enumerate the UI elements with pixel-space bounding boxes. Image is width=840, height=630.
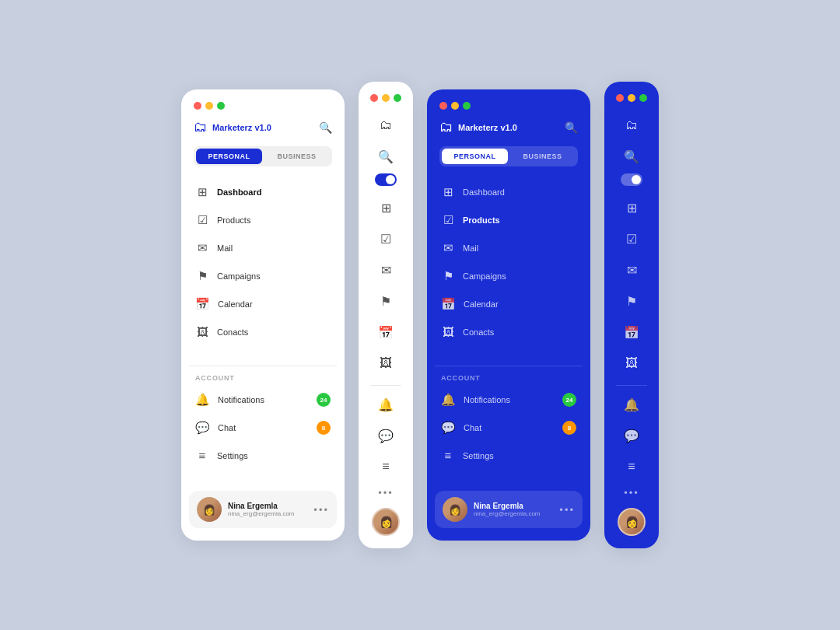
mini-conacts-icon-2[interactable]: 🖼: [369, 349, 403, 377]
mini-avatar-4[interactable]: 👩: [618, 508, 646, 536]
mini-calendar-icon-2[interactable]: 📅: [369, 318, 403, 346]
mini-dashboard-icon-4[interactable]: ⊞: [614, 194, 649, 222]
brand-name-3: Marketerz v1.0: [458, 123, 517, 132]
more-dots-3[interactable]: •••: [559, 504, 575, 516]
notifications-label-3: Notifications: [464, 395, 510, 404]
mini-icons-2: 🗂 🔍 ⊞ ☑ ✉ ⚑ 📅 🖼 🔔 💬 ≡: [359, 111, 413, 487]
campaigns-icon-1: ⚑: [195, 269, 209, 283]
brand-icon-3: 🗂: [439, 119, 453, 135]
mini-brand-icon-2: 🗂: [369, 111, 403, 139]
mini-search-icon-2[interactable]: 🔍: [369, 142, 403, 170]
mail-label-3: Mail: [463, 243, 478, 253]
dot-yellow-3: [451, 102, 459, 110]
tab-personal-3[interactable]: PERSONAL: [442, 149, 508, 164]
nav-notifications-3[interactable]: 🔔 Notifications 24: [435, 387, 583, 413]
nav-settings-3[interactable]: ≡ Settings: [435, 443, 583, 468]
nav-conacts-1[interactable]: 🖼 Conacts: [189, 319, 337, 345]
mini-dashboard-icon-2[interactable]: ⊞: [369, 194, 403, 222]
nav-notifications-1[interactable]: 🔔 Notifications 24: [189, 387, 337, 413]
mini-notifications-icon-2[interactable]: 🔔: [369, 390, 403, 418]
products-icon-3: ☑: [441, 213, 455, 227]
tab-business-3[interactable]: BUSINESS: [509, 149, 576, 164]
calendar-icon-1: 📅: [195, 297, 210, 311]
brand-icon-1: 🗂: [194, 119, 208, 135]
nav-conacts-3[interactable]: 🖼 Conacts: [435, 319, 583, 345]
chat-icon-3: 💬: [441, 421, 456, 435]
dot-yellow: [205, 102, 213, 110]
mini-campaigns-icon-2[interactable]: ⚑: [369, 287, 403, 315]
mini-footer-4: ••• 👩: [618, 487, 646, 536]
mini-mail-icon-4[interactable]: ✉: [614, 256, 649, 284]
mini-chat-icon-4[interactable]: 💬: [614, 422, 649, 450]
tab-business-1[interactable]: BUSINESS: [264, 149, 330, 164]
nav-chat-1[interactable]: 💬 Chat 8: [189, 415, 337, 441]
nav-calendar-3[interactable]: 📅 Calendar: [435, 291, 583, 317]
nav-dashboard-3[interactable]: ⊞ Dashboard: [435, 179, 583, 205]
chat-label-3: Chat: [464, 423, 481, 432]
mini-toggle-2[interactable]: [375, 173, 397, 186]
mini-search-icon-4[interactable]: 🔍: [614, 142, 649, 170]
mini-avatar-2[interactable]: 👩: [372, 508, 400, 536]
dashboard-icon-3: ⊞: [441, 185, 455, 199]
notifications-badge-1: 24: [317, 393, 331, 407]
nav-mail-1[interactable]: ✉ Mail: [189, 235, 337, 261]
notifications-icon-1: 🔔: [195, 393, 210, 407]
chat-label-1: Chat: [218, 423, 236, 432]
nav-settings-1[interactable]: ≡ Settings: [189, 443, 337, 468]
search-icon-3[interactable]: 🔍: [565, 121, 578, 134]
dashboard-label-1: Dashboard: [217, 187, 261, 197]
mini-toggle-4[interactable]: [621, 173, 642, 186]
tab-personal-1[interactable]: PERSONAL: [196, 149, 262, 164]
window-dots-3: [427, 102, 590, 119]
mini-calendar-icon-4[interactable]: 📅: [614, 318, 649, 346]
nav-account-1: 🔔 Notifications 24 💬 Chat 8 ≡ Settings: [181, 387, 345, 470]
mini-icons-4: 🗂 🔍 ⊞ ☑ ✉ ⚑ 📅 🖼 🔔 💬 ≡: [604, 111, 659, 487]
mini-settings-icon-4[interactable]: ≡: [614, 453, 649, 481]
panel-header-3: 🗂 Marketerz v1.0 🔍: [427, 119, 590, 146]
nav-chat-3[interactable]: 💬 Chat 8: [435, 415, 583, 441]
mini-conacts-icon-4[interactable]: 🖼: [614, 349, 649, 377]
mini-campaigns-icon-4[interactable]: ⚑: [614, 287, 649, 315]
panel-full-light: 🗂 Marketerz v1.0 🔍 PERSONAL BUSINESS ⊞ D…: [181, 89, 345, 541]
panel-mini-light: 🗂 🔍 ⊞ ☑ ✉ ⚑ 📅 🖼 🔔 💬 ≡ ••• 👩: [359, 82, 413, 548]
mini-settings-icon-2[interactable]: ≡: [369, 453, 403, 481]
user-footer-1[interactable]: 👩 Nina Ergemla nina_erg@ergemla.com •••: [189, 491, 337, 528]
divider-1: [189, 366, 337, 366]
mini-more-2[interactable]: •••: [378, 487, 394, 499]
divider-3: [435, 366, 583, 366]
mini-mail-icon-2[interactable]: ✉: [369, 256, 403, 284]
user-name-1: Nina Ergemla: [228, 502, 307, 510]
mini-products-icon-4[interactable]: ☑: [614, 225, 649, 253]
tab-group-1: PERSONAL BUSINESS: [194, 146, 332, 166]
panel-header-1: 🗂 Marketerz v1.0 🔍: [181, 119, 345, 146]
mini-chat-icon-2[interactable]: 💬: [369, 422, 403, 450]
settings-label-3: Settings: [463, 451, 494, 460]
nav-products-1[interactable]: ☑ Products: [189, 207, 337, 233]
search-icon-1[interactable]: 🔍: [319, 121, 332, 134]
brand-1: 🗂 Marketerz v1.0: [194, 119, 271, 135]
window-dots-4: [616, 94, 647, 111]
user-footer-3[interactable]: 👩 Nina Ergemla nina_erg@ergemla.com •••: [435, 491, 583, 528]
nav-calendar-1[interactable]: 📅 Calendar: [189, 291, 337, 317]
mini-products-icon-2[interactable]: ☑: [369, 225, 403, 253]
dot-green-2: [394, 94, 401, 102]
nav-dashboard-1[interactable]: ⊞ Dashboard: [189, 179, 337, 205]
mail-icon-1: ✉: [195, 241, 209, 255]
brand-name-1: Marketerz v1.0: [212, 123, 271, 132]
chat-icon-1: 💬: [195, 421, 210, 435]
products-icon-1: ☑: [195, 213, 209, 227]
nav-campaigns-1[interactable]: ⚑ Campaigns: [189, 263, 337, 289]
calendar-icon-3: 📅: [441, 297, 456, 311]
mini-notifications-icon-4[interactable]: 🔔: [614, 390, 649, 418]
mini-more-4[interactable]: •••: [624, 487, 639, 499]
more-dots-1[interactable]: •••: [313, 504, 329, 516]
settings-label-1: Settings: [217, 451, 248, 460]
nav-products-3[interactable]: ☑ Products: [435, 207, 583, 233]
toggle-row-3: PERSONAL BUSINESS: [427, 146, 590, 179]
tab-group-3: PERSONAL BUSINESS: [439, 146, 578, 166]
nav-mail-3[interactable]: ✉ Mail: [435, 235, 583, 261]
nav-campaigns-3[interactable]: ⚑ Campaigns: [435, 263, 583, 289]
user-email-1: nina_erg@ergemla.com: [228, 510, 307, 517]
conacts-label-3: Conacts: [463, 327, 494, 337]
panel-full-dark: 🗂 Marketerz v1.0 🔍 PERSONAL BUSINESS ⊞ D…: [427, 89, 590, 541]
